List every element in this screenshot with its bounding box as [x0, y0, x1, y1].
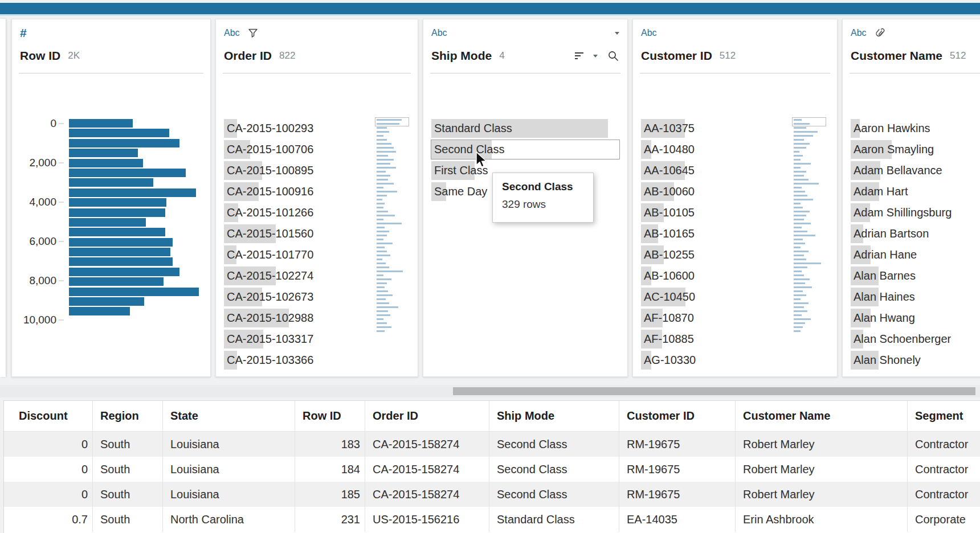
grid-cell[interactable]: Robert Marley — [736, 457, 908, 482]
value-row[interactable]: AG-10330 — [641, 351, 829, 370]
value-row[interactable]: Standard Class — [431, 119, 619, 138]
grid-cell[interactable]: RM-19675 — [619, 457, 736, 482]
chevron-down-icon[interactable] — [615, 32, 619, 35]
table-row[interactable]: 0.7SouthNorth Carolina231US-2015-156216S… — [4, 507, 980, 532]
histogram-bar[interactable] — [69, 198, 166, 207]
grid-cell[interactable]: 231 — [295, 507, 365, 532]
grid-cell[interactable]: South — [93, 482, 163, 507]
horizontal-scrollbar-thumb[interactable] — [453, 387, 975, 395]
field-type-icon[interactable]: # — [20, 27, 27, 39]
histogram-bar[interactable] — [69, 119, 133, 128]
histogram-bar[interactable] — [69, 288, 199, 296]
grid-cell[interactable]: EA-14035 — [619, 507, 736, 532]
value-row[interactable]: Adrian Hane — [851, 245, 980, 264]
value-row[interactable]: Alan Shonely — [851, 351, 980, 370]
field-name[interactable]: Customer ID — [641, 49, 712, 63]
grid-cell[interactable]: US-2015-156216 — [365, 507, 489, 532]
grid-cell[interactable]: Robert Marley — [736, 432, 908, 457]
histogram-bar[interactable] — [69, 188, 196, 197]
table-row[interactable]: 0SouthLouisiana185CA-2015-158274Second C… — [4, 482, 980, 507]
grid-header-cell-discount[interactable]: Discount — [4, 401, 93, 431]
grid-cell[interactable]: 0 — [4, 457, 93, 482]
grid-cell[interactable]: RM-19675 — [619, 482, 736, 507]
grid-header-cell-row-id[interactable]: Row ID — [295, 401, 365, 431]
histogram-bar[interactable] — [69, 208, 165, 217]
horizontal-scrollbar[interactable] — [0, 385, 980, 397]
field-type-icon[interactable]: Abc — [641, 28, 657, 38]
grid-cell[interactable]: Louisiana — [163, 482, 295, 507]
grid-cell[interactable]: RM-19675 — [619, 432, 736, 457]
value-row[interactable]: Alan Barnes — [851, 266, 980, 285]
histogram-bar[interactable] — [69, 149, 138, 157]
histogram-bar[interactable] — [69, 238, 173, 247]
value-row[interactable]: Second Class — [431, 140, 619, 159]
histogram-bar[interactable] — [69, 268, 179, 276]
field-name[interactable]: Row ID — [20, 49, 60, 63]
grid-header-cell-state[interactable]: State — [163, 401, 295, 431]
value-row[interactable]: Adam Bellavance — [851, 161, 980, 180]
sort-icon[interactable] — [575, 52, 583, 60]
histogram-bar[interactable] — [69, 257, 173, 266]
grid-cell[interactable]: Second Class — [489, 482, 619, 507]
field-name[interactable]: Customer Name — [851, 49, 942, 63]
grid-cell[interactable]: 0 — [4, 432, 93, 457]
histogram-bar[interactable] — [69, 307, 130, 315]
grid-cell[interactable]: South — [93, 432, 163, 457]
histogram-bar[interactable] — [69, 129, 169, 137]
grid-cell[interactable]: Contractor — [908, 457, 980, 482]
histogram-bar[interactable] — [69, 277, 164, 286]
value-row[interactable]: Alan Hwang — [851, 309, 980, 327]
grid-cell[interactable]: South — [93, 457, 163, 482]
table-row[interactable]: 0SouthLouisiana184CA-2015-158274Second C… — [4, 457, 980, 482]
field-type-icon[interactable]: Abc — [431, 28, 447, 38]
grid-cell[interactable]: 0 — [4, 482, 93, 507]
value-row[interactable]: Adam Shillingsburg — [851, 203, 980, 222]
grid-cell[interactable]: CA-2015-158274 — [365, 432, 489, 457]
grid-cell[interactable]: 0.7 — [4, 507, 93, 532]
histogram-bar[interactable] — [69, 297, 144, 306]
value-row[interactable]: Alan Schoenberger — [851, 330, 980, 348]
grid-cell[interactable]: Second Class — [489, 457, 619, 482]
grid-cell[interactable]: Contractor — [908, 482, 980, 507]
value-row[interactable]: Aaron Smayling — [851, 140, 980, 159]
grid-cell[interactable]: 184 — [295, 457, 365, 482]
histogram-bar[interactable] — [69, 178, 153, 187]
grid-header-cell-customer-name[interactable]: Customer Name — [736, 401, 908, 431]
grid-cell[interactable]: Louisiana — [163, 457, 295, 482]
grid-cell[interactable]: Contractor — [908, 432, 980, 457]
chevron-down-icon[interactable] — [593, 55, 598, 58]
table-row[interactable]: 0SouthLouisiana183CA-2015-158274Second C… — [4, 432, 980, 457]
value-row[interactable]: Adam Hart — [851, 182, 980, 201]
grid-header-cell-region[interactable]: Region — [93, 401, 163, 431]
value-row[interactable]: Adrian Bartson — [851, 224, 980, 243]
histogram-bar[interactable] — [69, 159, 143, 167]
field-name[interactable]: Order ID — [224, 49, 272, 63]
grid-cell[interactable]: 185 — [295, 482, 365, 507]
grid-cell[interactable]: South — [93, 507, 163, 532]
value-row[interactable]: Aaron Hawkins — [851, 119, 980, 138]
grid-cell[interactable]: Erin Ashbrook — [736, 507, 908, 532]
search-icon[interactable] — [607, 50, 619, 62]
histogram-bar[interactable] — [69, 169, 186, 177]
grid-cell[interactable]: North Carolina — [163, 507, 295, 532]
filter-icon[interactable] — [248, 28, 258, 38]
grid-cell[interactable]: Robert Marley — [736, 482, 908, 507]
grid-header-cell-customer-id[interactable]: Customer ID — [619, 401, 736, 431]
grid-cell[interactable]: Louisiana — [163, 432, 295, 457]
grid-header-cell-segment[interactable]: Segment — [908, 401, 980, 431]
field-type-icon[interactable]: Abc — [851, 28, 867, 38]
value-row[interactable]: Alan Haines — [851, 288, 980, 306]
grid-header-cell-ship-mode[interactable]: Ship Mode — [489, 401, 619, 431]
histogram-bar[interactable] — [69, 228, 165, 236]
grid-cell[interactable]: 183 — [295, 432, 365, 457]
field-type-icon[interactable]: Abc — [224, 28, 240, 38]
grid-cell[interactable]: CA-2015-158274 — [365, 482, 489, 507]
field-name[interactable]: Ship Mode — [431, 49, 492, 63]
grid-cell[interactable]: Standard Class — [489, 507, 619, 532]
histogram-bar[interactable] — [69, 139, 179, 147]
grid-cell[interactable]: Corporate — [908, 507, 980, 532]
grid-header-cell-order-id[interactable]: Order ID — [365, 401, 489, 431]
histogram-bar[interactable] — [69, 248, 170, 256]
grid-cell[interactable]: Second Class — [489, 432, 619, 457]
grid-cell[interactable]: CA-2015-158274 — [365, 457, 489, 482]
